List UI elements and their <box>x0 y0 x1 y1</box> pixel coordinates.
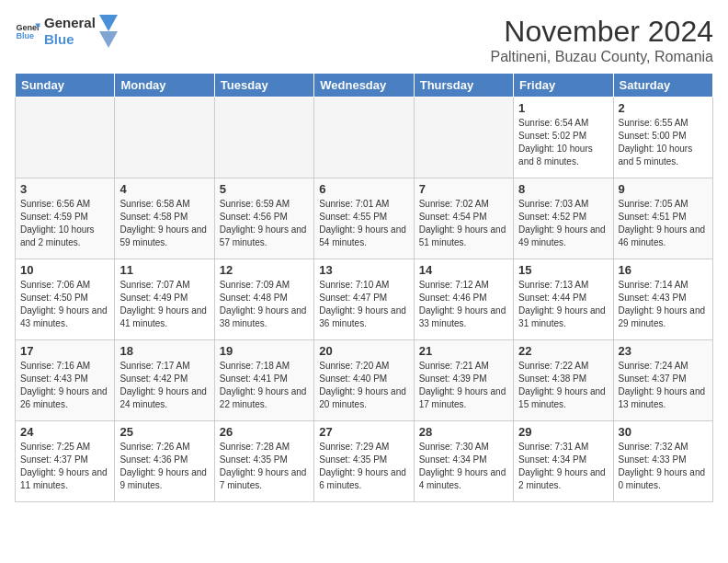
day-number: 28 <box>419 425 508 439</box>
day-number: 10 <box>20 263 109 277</box>
day-info: Sunrise: 6:55 AM Sunset: 5:00 PM Dayligh… <box>619 117 708 168</box>
day-info: Sunrise: 7:14 AM Sunset: 4:43 PM Dayligh… <box>619 279 708 330</box>
calendar-cell: 27Sunrise: 7:29 AM Sunset: 4:35 PM Dayli… <box>314 421 414 502</box>
day-info: Sunrise: 7:29 AM Sunset: 4:35 PM Dayligh… <box>319 441 408 492</box>
day-number: 21 <box>419 344 508 358</box>
calendar-cell: 22Sunrise: 7:22 AM Sunset: 4:38 PM Dayli… <box>514 340 613 421</box>
day-info: Sunrise: 7:01 AM Sunset: 4:55 PM Dayligh… <box>319 198 408 249</box>
day-number: 24 <box>20 425 109 439</box>
logo-icon: General Blue <box>15 18 40 44</box>
calendar-cell: 11Sunrise: 7:07 AM Sunset: 4:49 PM Dayli… <box>115 259 214 340</box>
col-monday: Monday <box>115 74 214 98</box>
col-tuesday: Tuesday <box>214 74 313 98</box>
calendar-cell <box>16 98 115 178</box>
day-number: 27 <box>319 425 408 439</box>
calendar-cell: 16Sunrise: 7:14 AM Sunset: 4:43 PM Dayli… <box>613 259 712 340</box>
day-number: 6 <box>319 182 408 196</box>
calendar-cell: 5Sunrise: 6:59 AM Sunset: 4:56 PM Daylig… <box>214 178 313 259</box>
calendar-cell <box>214 98 313 178</box>
calendar-cell: 6Sunrise: 7:01 AM Sunset: 4:55 PM Daylig… <box>314 178 414 259</box>
month-title: November 2024 <box>490 15 713 49</box>
day-number: 20 <box>319 344 408 358</box>
day-number: 25 <box>119 425 209 439</box>
calendar-cell: 17Sunrise: 7:16 AM Sunset: 4:43 PM Dayli… <box>16 340 115 421</box>
calendar-cell: 14Sunrise: 7:12 AM Sunset: 4:46 PM Dayli… <box>414 259 513 340</box>
logo-blue-text: Blue <box>44 31 96 48</box>
week-row-5: 24Sunrise: 7:25 AM Sunset: 4:37 PM Dayli… <box>16 421 713 502</box>
calendar-cell: 18Sunrise: 7:17 AM Sunset: 4:42 PM Dayli… <box>115 340 214 421</box>
day-info: Sunrise: 7:09 AM Sunset: 4:48 PM Dayligh… <box>220 279 309 330</box>
calendar-cell: 3Sunrise: 6:56 AM Sunset: 4:59 PM Daylig… <box>16 178 115 259</box>
day-info: Sunrise: 7:17 AM Sunset: 4:42 PM Dayligh… <box>119 360 209 411</box>
day-number: 1 <box>518 101 608 115</box>
calendar-cell: 26Sunrise: 7:28 AM Sunset: 4:35 PM Dayli… <box>214 421 313 502</box>
day-number: 5 <box>220 182 309 196</box>
day-info: Sunrise: 7:16 AM Sunset: 4:43 PM Dayligh… <box>20 360 109 411</box>
calendar-cell <box>414 98 513 178</box>
calendar-cell: 19Sunrise: 7:18 AM Sunset: 4:41 PM Dayli… <box>214 340 313 421</box>
subtitle: Paltineni, Buzau County, Romania <box>490 49 713 65</box>
svg-text:Blue: Blue <box>16 31 34 40</box>
day-number: 9 <box>619 182 708 196</box>
title-area: November 2024 Paltineni, Buzau County, R… <box>490 15 713 65</box>
day-number: 30 <box>619 425 708 439</box>
day-info: Sunrise: 7:32 AM Sunset: 4:33 PM Dayligh… <box>619 441 708 492</box>
day-number: 29 <box>518 425 608 439</box>
day-number: 26 <box>220 425 309 439</box>
day-info: Sunrise: 6:54 AM Sunset: 5:02 PM Dayligh… <box>518 117 608 168</box>
col-thursday: Thursday <box>414 74 513 98</box>
calendar-cell: 7Sunrise: 7:02 AM Sunset: 4:54 PM Daylig… <box>414 178 513 259</box>
day-number: 18 <box>119 344 209 358</box>
day-number: 4 <box>119 182 209 196</box>
day-info: Sunrise: 7:31 AM Sunset: 4:34 PM Dayligh… <box>518 441 608 492</box>
calendar-cell <box>314 98 414 178</box>
day-info: Sunrise: 7:10 AM Sunset: 4:47 PM Dayligh… <box>319 279 408 330</box>
svg-marker-3 <box>99 15 118 31</box>
calendar-cell: 2Sunrise: 6:55 AM Sunset: 5:00 PM Daylig… <box>613 98 712 178</box>
day-info: Sunrise: 7:06 AM Sunset: 4:50 PM Dayligh… <box>20 279 109 330</box>
day-number: 17 <box>20 344 109 358</box>
col-saturday: Saturday <box>613 74 712 98</box>
calendar-cell: 25Sunrise: 7:26 AM Sunset: 4:36 PM Dayli… <box>115 421 214 502</box>
calendar-cell: 10Sunrise: 7:06 AM Sunset: 4:50 PM Dayli… <box>16 259 115 340</box>
day-info: Sunrise: 7:25 AM Sunset: 4:37 PM Dayligh… <box>20 441 109 492</box>
day-info: Sunrise: 6:58 AM Sunset: 4:58 PM Dayligh… <box>119 198 209 249</box>
day-info: Sunrise: 7:03 AM Sunset: 4:52 PM Dayligh… <box>518 198 608 249</box>
calendar-cell: 20Sunrise: 7:20 AM Sunset: 4:40 PM Dayli… <box>314 340 414 421</box>
calendar-cell: 12Sunrise: 7:09 AM Sunset: 4:48 PM Dayli… <box>214 259 313 340</box>
calendar-cell: 8Sunrise: 7:03 AM Sunset: 4:52 PM Daylig… <box>514 178 613 259</box>
day-number: 22 <box>518 344 608 358</box>
day-info: Sunrise: 7:26 AM Sunset: 4:36 PM Dayligh… <box>119 441 209 492</box>
day-info: Sunrise: 7:20 AM Sunset: 4:40 PM Dayligh… <box>319 360 408 411</box>
day-number: 15 <box>518 263 608 277</box>
day-info: Sunrise: 7:02 AM Sunset: 4:54 PM Dayligh… <box>419 198 508 249</box>
day-info: Sunrise: 7:12 AM Sunset: 4:46 PM Dayligh… <box>419 279 508 330</box>
day-number: 8 <box>518 182 608 196</box>
calendar-cell: 13Sunrise: 7:10 AM Sunset: 4:47 PM Dayli… <box>314 259 414 340</box>
day-info: Sunrise: 6:59 AM Sunset: 4:56 PM Dayligh… <box>220 198 309 249</box>
week-row-4: 17Sunrise: 7:16 AM Sunset: 4:43 PM Dayli… <box>16 340 713 421</box>
day-info: Sunrise: 7:30 AM Sunset: 4:34 PM Dayligh… <box>419 441 508 492</box>
week-row-2: 3Sunrise: 6:56 AM Sunset: 4:59 PM Daylig… <box>16 178 713 259</box>
calendar-cell: 9Sunrise: 7:05 AM Sunset: 4:51 PM Daylig… <box>613 178 712 259</box>
logo-arrow-icon <box>99 15 118 48</box>
day-info: Sunrise: 7:13 AM Sunset: 4:44 PM Dayligh… <box>518 279 608 330</box>
day-number: 14 <box>419 263 508 277</box>
calendar-cell: 29Sunrise: 7:31 AM Sunset: 4:34 PM Dayli… <box>514 421 613 502</box>
day-info: Sunrise: 7:28 AM Sunset: 4:35 PM Dayligh… <box>220 441 309 492</box>
calendar-cell: 28Sunrise: 7:30 AM Sunset: 4:34 PM Dayli… <box>414 421 513 502</box>
day-info: Sunrise: 6:56 AM Sunset: 4:59 PM Dayligh… <box>20 198 109 249</box>
day-number: 13 <box>319 263 408 277</box>
calendar-table: Sunday Monday Tuesday Wednesday Thursday… <box>15 73 713 502</box>
logo: General Blue General Blue <box>15 15 118 48</box>
calendar-cell: 4Sunrise: 6:58 AM Sunset: 4:58 PM Daylig… <box>115 178 214 259</box>
calendar-cell: 1Sunrise: 6:54 AM Sunset: 5:02 PM Daylig… <box>514 98 613 178</box>
day-info: Sunrise: 7:18 AM Sunset: 4:41 PM Dayligh… <box>220 360 309 411</box>
day-number: 23 <box>619 344 708 358</box>
calendar-cell: 23Sunrise: 7:24 AM Sunset: 4:37 PM Dayli… <box>613 340 712 421</box>
calendar-cell <box>115 98 214 178</box>
col-sunday: Sunday <box>16 74 115 98</box>
day-info: Sunrise: 7:24 AM Sunset: 4:37 PM Dayligh… <box>619 360 708 411</box>
logo-general-text: General <box>44 15 96 31</box>
day-number: 19 <box>220 344 309 358</box>
